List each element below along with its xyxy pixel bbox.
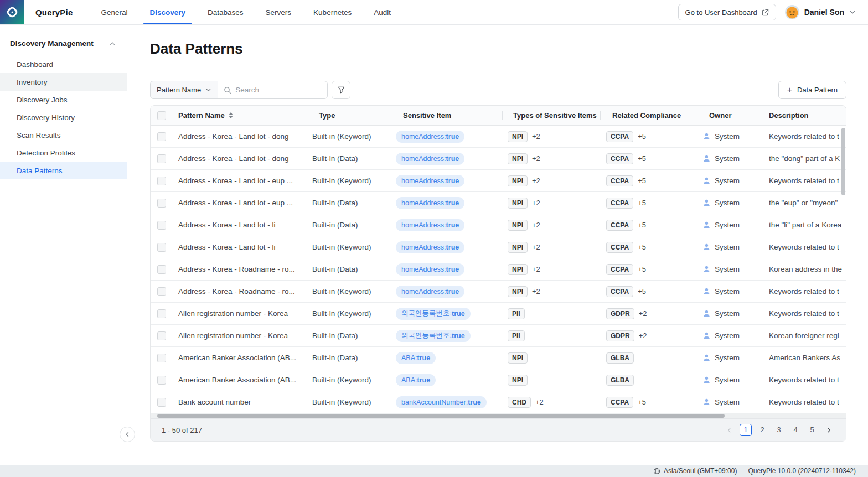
nav-tab-general[interactable]: General <box>101 0 127 24</box>
table-row[interactable]: Address - Korea - Land lot - dongBuilt-i… <box>151 126 846 148</box>
pattern-type: Built-in (Data) <box>312 221 358 229</box>
table-row[interactable]: Alien registration number - KoreaBuilt-i… <box>151 325 846 347</box>
row-checkbox[interactable] <box>157 177 166 185</box>
table-row[interactable]: Address - Korea - Land lot - liBuilt-in … <box>151 236 846 258</box>
pagination-page-3[interactable]: 3 <box>773 424 785 436</box>
user-menu[interactable]: Daniel Son <box>785 5 856 19</box>
add-data-pattern-button[interactable]: + Data Pattern <box>778 81 846 99</box>
pattern-type: Built-in (Keyword) <box>312 287 371 295</box>
description-text: Keywords related to t <box>769 243 839 251</box>
compliance-extra: +5 <box>638 287 646 295</box>
row-checkbox[interactable] <box>157 243 166 252</box>
table-row[interactable]: Address - Korea - Land lot - dongBuilt-i… <box>151 148 846 170</box>
pagination-next-button[interactable] <box>823 424 835 436</box>
person-icon <box>702 376 711 384</box>
row-checkbox[interactable] <box>157 398 166 407</box>
description-text: Korean address in the <box>769 265 842 273</box>
table-row[interactable]: Alien registration number - KoreaBuilt-i… <box>151 303 846 325</box>
sensitive-item-pill[interactable]: bankAccountNumber:true <box>396 396 487 408</box>
sensitive-item-pill[interactable]: 외국인등록번호:true <box>396 308 471 320</box>
sidebar-collapse-button[interactable] <box>120 427 135 442</box>
table-row[interactable]: Bank account numberBuilt-in (Keyword)ban… <box>151 391 846 413</box>
search-field-selector[interactable]: Pattern Name <box>150 81 218 99</box>
sidebar-item-dashboard[interactable]: Dashboard <box>0 55 127 73</box>
filter-button[interactable] <box>332 81 350 99</box>
sensitive-types-badge: PII <box>508 330 525 341</box>
person-icon <box>702 354 711 362</box>
sensitive-item-pill[interactable]: 외국인등록번호:true <box>396 330 471 342</box>
row-checkbox[interactable] <box>157 331 166 340</box>
compliance-badge: GDPR <box>606 330 634 341</box>
pagination-prev-button[interactable] <box>723 424 735 436</box>
row-checkbox[interactable] <box>157 221 166 230</box>
table-row[interactable]: Address - Korea - Roadname - ro...Built-… <box>151 281 846 303</box>
table-row[interactable]: Address - Korea - Land lot - liBuilt-in … <box>151 214 846 236</box>
querypie-logo[interactable] <box>0 0 24 24</box>
pattern-name: Alien registration number - Korea <box>178 331 288 340</box>
sidebar-section-header[interactable]: Discovery Management <box>0 25 127 55</box>
sidebar-item-data-patterns[interactable]: Data Patterns <box>0 162 127 179</box>
table-row[interactable]: American Banker Association (AB...Built-… <box>151 369 846 391</box>
compliance-extra: +5 <box>638 132 646 141</box>
sidebar-item-discovery-history[interactable]: Discovery History <box>0 108 127 126</box>
table-row[interactable]: Address - Korea - Roadname - ro...Built-… <box>151 258 846 281</box>
pattern-name: American Banker Association (AB... <box>178 354 296 362</box>
row-checkbox[interactable] <box>157 265 166 274</box>
column-header-pattern-name[interactable]: Pattern Name <box>173 106 306 125</box>
pattern-type: Built-in (Data) <box>312 154 358 163</box>
select-all-checkbox[interactable] <box>157 111 166 120</box>
description-text: the "li" part of a Korea <box>769 221 841 229</box>
sensitive-item-pill[interactable]: homeAddress:true <box>396 219 464 231</box>
sort-icon[interactable] <box>229 112 233 118</box>
sensitive-item-pill[interactable]: homeAddress:true <box>396 175 464 187</box>
nav-tab-discovery[interactable]: Discovery <box>150 0 186 24</box>
timezone-text: Asia/Seoul (GMT+09:00) <box>664 467 737 475</box>
owner-name: System <box>715 309 740 318</box>
sensitive-types-extra: +2 <box>532 177 540 185</box>
row-checkbox[interactable] <box>157 132 166 141</box>
sensitive-item-pill[interactable]: homeAddress:true <box>396 286 464 298</box>
table-row[interactable]: Address - Korea - Land lot - eup ...Buil… <box>151 170 846 192</box>
search-input[interactable] <box>235 86 322 94</box>
compliance-extra: +2 <box>639 331 647 340</box>
sensitive-item-pill[interactable]: homeAddress:true <box>396 197 464 209</box>
person-icon <box>702 287 711 295</box>
person-icon <box>702 154 711 163</box>
sensitive-item-pill[interactable]: ABA:true <box>396 374 436 386</box>
pagination-page-5[interactable]: 5 <box>806 424 818 436</box>
row-checkbox[interactable] <box>157 376 166 385</box>
nav-tab-kubernetes[interactable]: Kubernetes <box>313 0 352 24</box>
sidebar-item-inventory[interactable]: Inventory <box>0 73 127 91</box>
sidebar-item-discovery-jobs[interactable]: Discovery Jobs <box>0 91 127 108</box>
row-checkbox[interactable] <box>157 309 166 318</box>
table-row[interactable]: Address - Korea - Land lot - eup ...Buil… <box>151 192 846 214</box>
nav-tab-databases[interactable]: Databases <box>208 0 244 24</box>
table-pagination-bar: 1 - 50 of 217 12345 <box>151 418 846 441</box>
pagination-page-4[interactable]: 4 <box>789 424 802 436</box>
filter-funnel-icon <box>337 86 345 94</box>
sensitive-item-pill[interactable]: homeAddress:true <box>396 241 464 253</box>
plus-icon: + <box>787 86 792 95</box>
horizontal-scrollbar-thumb[interactable] <box>157 414 725 418</box>
sidebar-item-scan-results[interactable]: Scan Results <box>0 126 127 144</box>
pagination-page-2[interactable]: 2 <box>756 424 768 436</box>
sensitive-item-pill[interactable]: homeAddress:true <box>396 131 464 143</box>
chevron-left-icon <box>124 431 131 438</box>
vertical-scrollbar-thumb[interactable] <box>841 128 845 195</box>
row-checkbox[interactable] <box>157 199 166 208</box>
sensitive-types-badge: NPI <box>508 131 528 142</box>
pattern-name: Address - Korea - Land lot - eup ... <box>178 177 293 185</box>
go-to-user-dashboard-button[interactable]: Go to User Dashboard <box>678 4 776 20</box>
row-checkbox[interactable] <box>157 287 166 296</box>
table-row[interactable]: American Banker Association (AB...Built-… <box>151 347 846 369</box>
nav-tab-audit[interactable]: Audit <box>374 0 391 24</box>
sidebar-item-detection-profiles[interactable]: Detection Profiles <box>0 144 127 162</box>
sensitive-item-pill[interactable]: homeAddress:true <box>396 153 464 165</box>
row-checkbox[interactable] <box>157 354 166 362</box>
nav-tab-servers[interactable]: Servers <box>266 0 292 24</box>
pagination-page-1[interactable]: 1 <box>740 424 752 436</box>
sensitive-item-pill[interactable]: homeAddress:true <box>396 263 464 276</box>
sensitive-item-pill[interactable]: ABA:true <box>396 352 436 364</box>
row-checkbox[interactable] <box>157 154 166 163</box>
compliance-extra: +2 <box>639 309 647 318</box>
